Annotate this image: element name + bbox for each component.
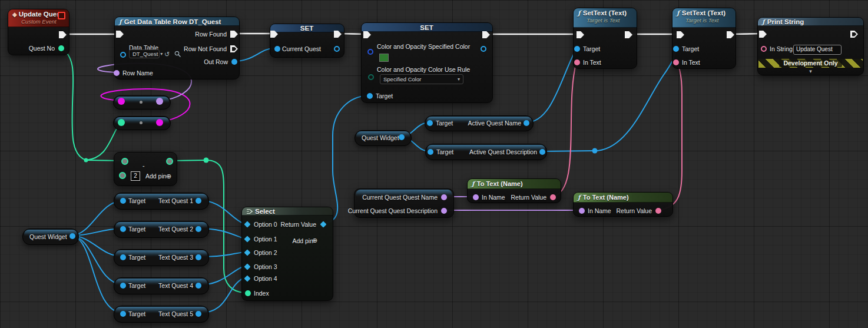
reroute-node-int[interactable] — [204, 158, 209, 163]
pin-quest-name-out[interactable] — [441, 194, 447, 200]
exec-out-row-found[interactable] — [230, 31, 238, 38]
pin-option-3[interactable] — [244, 263, 250, 270]
pin-text-quest-out[interactable] — [196, 198, 201, 204]
exec-out-pin[interactable] — [850, 31, 858, 38]
node-get-data-table-row[interactable]: ƒGet Data Table Row DT_Quest Row Found D… — [114, 16, 240, 79]
expand-advanced-icon[interactable]: ▾ — [758, 67, 863, 75]
exec-out-row-not-found[interactable] — [230, 45, 238, 52]
pin-row-name[interactable] — [114, 70, 120, 76]
pin-active-quest-name-out[interactable] — [524, 120, 529, 126]
in-string-input[interactable]: Update Quest — [793, 45, 842, 55]
node-get-text-quest-5[interactable]: Target Text Quest 5 — [114, 306, 209, 323]
pin-string-in[interactable] — [118, 98, 125, 105]
node-settext-2[interactable]: ƒSetText (Text) Target is Text Target In… — [672, 8, 736, 69]
pin-index[interactable] — [245, 290, 251, 296]
node-to-text-2[interactable]: ƒTo Text (Name) In Name Return Value — [573, 192, 673, 217]
add-pin-icon[interactable]: ⊕ — [166, 173, 171, 180]
pin-specified-color-out[interactable] — [481, 46, 486, 52]
node-get-text-quest-2[interactable]: Target Text Quest 2 — [114, 221, 209, 238]
pin-return-value[interactable] — [655, 208, 661, 214]
pin-return-value[interactable] — [550, 194, 556, 200]
pin-active-quest-description-out[interactable] — [539, 149, 545, 155]
node-set-color-opacity[interactable]: SET Color and Opacity Specified Color Co… — [361, 22, 493, 103]
exec-in-pin[interactable] — [677, 31, 684, 38]
pin-target[interactable] — [574, 46, 580, 52]
node-get-active-quest-name[interactable]: Target Active Quest Name — [425, 115, 534, 131]
exec-out-pin[interactable] — [727, 31, 734, 38]
pin-in-text[interactable] — [673, 59, 679, 65]
node-quest-widget-bottom[interactable]: Quest Widget — [22, 228, 79, 245]
pin-result-out[interactable] — [166, 158, 173, 165]
pin-data-table[interactable] — [120, 52, 126, 58]
node-quest-widget-top[interactable]: Quest Widget — [355, 130, 412, 146]
node-get-active-quest-description[interactable]: Target Active Quest Description — [425, 144, 547, 160]
pin-option-4[interactable] — [244, 275, 250, 281]
color-use-rule-dropdown[interactable]: Specified Color▾ — [380, 74, 463, 84]
pin-quest-no[interactable] — [58, 45, 64, 51]
pin-string-out[interactable] — [156, 119, 163, 126]
reroute-node-int-small[interactable] — [84, 158, 88, 163]
exec-out-pin[interactable] — [625, 31, 632, 38]
node-settext-1[interactable]: ƒSetText (Text) Target is Text Target In… — [573, 8, 637, 69]
pin-return-value[interactable] — [320, 221, 326, 227]
exec-in-pin[interactable] — [270, 31, 278, 38]
exec-in-pin[interactable] — [363, 31, 371, 38]
event-flag-button[interactable] — [58, 12, 65, 19]
pin-target[interactable] — [673, 46, 679, 52]
reroute-node-object[interactable] — [592, 148, 598, 154]
pin-int-in[interactable] — [118, 119, 125, 126]
pin-b-in[interactable] — [119, 172, 126, 179]
pin-target[interactable] — [120, 198, 126, 204]
exec-out-pin[interactable] — [334, 31, 342, 38]
pin-in-name[interactable] — [473, 194, 479, 200]
node-convert-int-to-string[interactable] — [113, 116, 171, 130]
pin-current-quest-out[interactable] — [334, 46, 340, 52]
pin-text-quest-out[interactable] — [196, 254, 201, 260]
pin-quest-description-out[interactable] — [441, 208, 447, 214]
pin-target[interactable] — [120, 226, 126, 232]
exec-in-pin[interactable] — [577, 31, 584, 38]
node-convert-string-to-name[interactable] — [113, 95, 171, 110]
pin-b-value-input[interactable]: 2 — [131, 171, 140, 181]
blueprint-graph-canvas[interactable]: ◈Update Quest Custom Event Quest No ƒGet… — [0, 0, 868, 328]
pin-target[interactable] — [427, 120, 433, 126]
node-get-text-quest-4[interactable]: Target Text Quest 4 — [114, 277, 209, 294]
pin-option-1[interactable] — [244, 236, 250, 242]
pin-current-quest-in[interactable] — [274, 46, 280, 52]
node-subtract[interactable]: - 2 Add pin ⊕ — [114, 152, 177, 186]
pin-target[interactable] — [120, 311, 126, 317]
pin-target[interactable] — [428, 149, 433, 155]
pin-a-in[interactable] — [121, 158, 128, 165]
node-set-current-quest[interactable]: SET Current Quest — [270, 24, 344, 58]
browse-asset-icon[interactable] — [174, 51, 181, 58]
node-current-quest-breakout[interactable]: Current Quest Quest Name Current Quest Q… — [354, 188, 454, 218]
pin-color-use-rule[interactable] — [368, 74, 374, 80]
pin-text-quest-out[interactable] — [196, 283, 201, 289]
node-to-text-1[interactable]: ƒTo Text (Name) In Name Return Value — [467, 178, 561, 203]
pin-target[interactable] — [120, 254, 126, 260]
exec-out-pin[interactable] — [482, 31, 490, 38]
pin-out-row[interactable] — [231, 59, 237, 65]
node-get-text-quest-1[interactable]: Target Text Quest 1 — [114, 193, 209, 210]
add-pin-icon[interactable]: ⊕ — [312, 237, 317, 244]
pin-option-2[interactable] — [244, 249, 250, 256]
exec-out-pin[interactable] — [59, 31, 67, 38]
exec-in-pin[interactable] — [116, 31, 124, 38]
node-get-text-quest-3[interactable]: Target Text Quest 3 — [114, 249, 209, 266]
pin-in-name[interactable] — [579, 208, 585, 214]
node-update-quest[interactable]: ◈Update Quest Custom Event Quest No — [8, 9, 69, 55]
color-swatch[interactable] — [379, 54, 389, 62]
use-asset-icon[interactable]: ↺ — [164, 51, 170, 58]
node-print-string[interactable]: ƒPrint String In String Update Quest Dev… — [757, 17, 864, 75]
pin-specified-color[interactable] — [367, 49, 373, 55]
pin-in-text[interactable] — [574, 59, 580, 65]
node-select[interactable]: Select Option 0 Option 1 Option 2 Option… — [241, 207, 333, 301]
pin-option-0[interactable] — [244, 221, 250, 227]
pin-target[interactable] — [367, 93, 373, 99]
pin-text-quest-out[interactable] — [196, 226, 201, 232]
pin-quest-widget-out[interactable] — [69, 233, 75, 239]
pin-in-string[interactable] — [761, 46, 767, 52]
data-table-dropdown[interactable]: DT_Quest▾ — [129, 49, 160, 58]
pin-target[interactable] — [120, 283, 126, 289]
pin-quest-widget-out[interactable] — [399, 134, 405, 140]
